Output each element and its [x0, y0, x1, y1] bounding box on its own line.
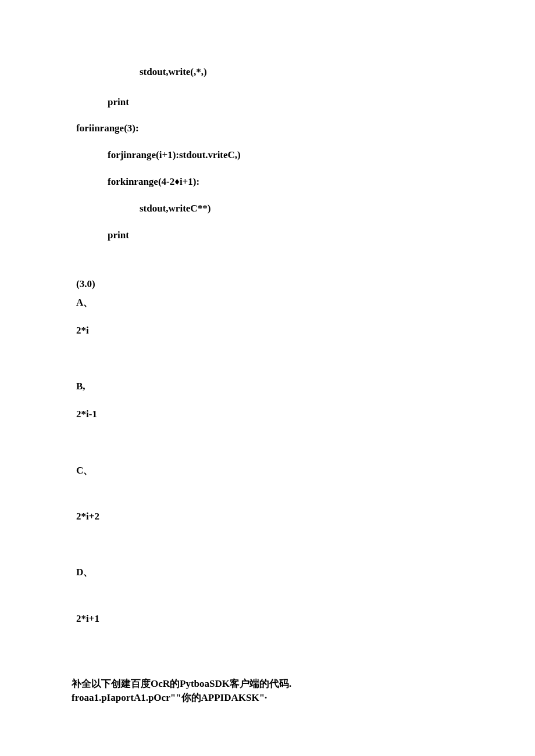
footer-line-2: froaa1.pIaportA1.pOcr""你的APPIDAKSK"·	[72, 691, 267, 704]
footer-line-1: 补全以下创建百度OcR的PytboaSDK客户端的代码.	[72, 678, 291, 690]
code-line: forjinrange(i+1):stdout.vriteC,)	[108, 149, 241, 162]
question-header: (3.0)	[76, 278, 95, 291]
code-line: stdout,write(,*,)	[140, 66, 207, 78]
option-a-value: 2*i	[76, 324, 89, 337]
code-line: forkinrange(4-2♦i+1):	[108, 175, 199, 188]
option-d-label: D、	[76, 566, 93, 579]
option-d-value: 2*i+1	[76, 612, 99, 625]
option-c-label: C、	[76, 464, 93, 477]
code-line: print	[108, 96, 129, 109]
option-a-label: A、	[76, 296, 93, 309]
option-b-value: 2*i-1	[76, 408, 97, 421]
code-line: stdout,writeC**)	[140, 202, 211, 215]
option-b-label: B,	[76, 380, 85, 393]
option-c-value: 2*i+2	[76, 510, 99, 523]
code-line: foriinrange(3):	[76, 122, 139, 135]
code-line: print	[108, 229, 129, 242]
